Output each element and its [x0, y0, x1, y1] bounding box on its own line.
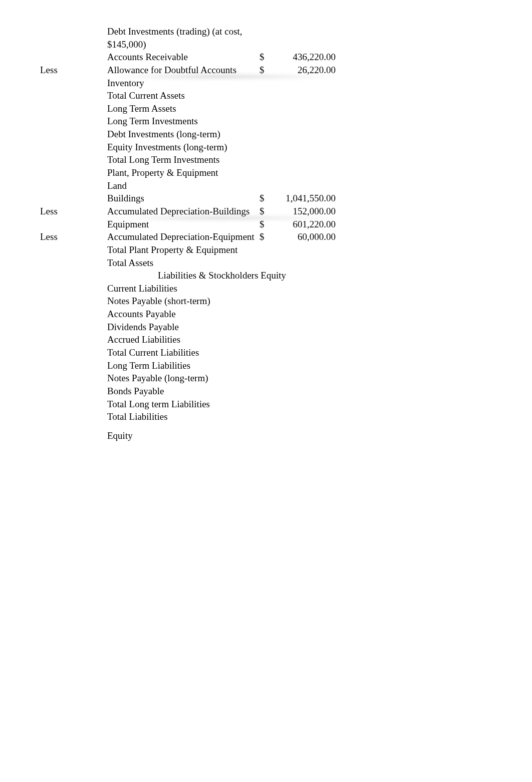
table-row: LessAllowance for Doubtful Accounts$26,2…: [40, 64, 376, 77]
table-row: Accrued Liabilities: [40, 333, 376, 346]
table-row: LessAccumulated Depreciation-Equipment$6…: [40, 230, 376, 243]
table-row: Plant, Property & Equipment: [40, 166, 376, 179]
table-row: Equity Investments (long-term): [40, 141, 376, 154]
table-row: Debt Investments (trading) (at cost, $14…: [40, 25, 376, 51]
row-label: Accounts Receivable: [107, 51, 256, 64]
equity-label: Equity: [107, 429, 256, 442]
row-label: Total Long Term Investments: [107, 153, 256, 166]
row-label: Current Liabilities: [107, 282, 256, 295]
row-label: Equipment: [107, 218, 256, 231]
table-row: Bonds Payable: [40, 385, 376, 398]
row-label: Total Assets: [107, 256, 256, 270]
row-label: Long Term Liabilities: [107, 359, 256, 372]
table-row: Debt Investments (long-term): [40, 128, 376, 141]
table-row: Accounts Receivable$436,220.00: [40, 51, 376, 64]
table-row: Total Current Liabilities: [40, 346, 376, 359]
row-label: Land: [107, 179, 256, 192]
currency-symbol: $: [256, 205, 272, 218]
table-row: Total Plant Property & Equipment: [40, 243, 376, 256]
equity-row: Equity: [40, 429, 376, 442]
row-tag: Less: [40, 230, 107, 243]
row-label: Notes Payable (long-term): [107, 372, 256, 385]
table-row: Dividends Payable: [40, 321, 376, 334]
row-label: Bonds Payable: [107, 385, 256, 398]
row-label: Long Term Investments: [107, 115, 256, 128]
table-row: Long Term Liabilities: [40, 359, 376, 372]
currency-symbol: $: [256, 64, 272, 77]
row-label: Buildings: [107, 192, 256, 205]
table-row: Long Term Investments: [40, 115, 376, 128]
row-label: Long Term Assets: [107, 102, 256, 115]
section-header-liabilities-equity: Liabilities & Stockholders Equity: [107, 269, 337, 282]
row-value: 601,220.00: [272, 218, 337, 231]
liabilities-rows-group: Current LiabilitiesNotes Payable (short-…: [40, 282, 376, 423]
table-row: Total Long Term Investments: [40, 153, 376, 166]
table-row: Current Liabilities: [40, 282, 376, 295]
currency-symbol: $: [256, 51, 272, 64]
table-row: Equipment$601,220.00: [40, 218, 376, 231]
table-row: Accounts Payable: [40, 308, 376, 321]
row-label: Inventory: [107, 77, 256, 90]
balance-sheet: Debt Investments (trading) (at cost, $14…: [40, 25, 376, 442]
table-row: Buildings$1,041,550.00: [40, 192, 376, 205]
table-row: Land: [40, 179, 376, 192]
row-label: Debt Investments (trading) (at cost, $14…: [107, 25, 256, 51]
spacer: [40, 423, 376, 429]
table-row: Total Liabilities: [40, 410, 376, 423]
table-row: Inventory: [40, 77, 376, 90]
row-tag: Less: [40, 64, 107, 77]
table-row: LessAccumulated Depreciation-Buildings$1…: [40, 205, 376, 218]
table-row: Total Long term Liabilities: [40, 398, 376, 411]
row-value: 152,000.00: [272, 205, 337, 218]
row-label: Equity Investments (long-term): [107, 141, 256, 154]
table-row: Long Term Assets: [40, 102, 376, 115]
row-label: Total Current Assets: [107, 89, 256, 102]
section-header-row: Liabilities & Stockholders Equity: [40, 269, 376, 282]
row-label: Accumulated Depreciation-Equipment: [107, 230, 256, 243]
row-label: Total Current Liabilities: [107, 346, 256, 359]
table-row: Total Assets: [40, 256, 376, 270]
row-value: 1,041,550.00: [272, 192, 337, 205]
row-value: 436,220.00: [272, 51, 337, 64]
currency-symbol: $: [256, 218, 272, 231]
row-tag: Less: [40, 205, 107, 218]
row-label: Accounts Payable: [107, 308, 256, 321]
currency-symbol: $: [256, 192, 272, 205]
row-label: Allowance for Doubtful Accounts: [107, 64, 256, 77]
table-row: Total Current Assets: [40, 89, 376, 102]
table-row: Notes Payable (long-term): [40, 372, 376, 385]
row-value: 60,000.00: [272, 230, 337, 243]
row-label: Accrued Liabilities: [107, 333, 256, 346]
row-label: Total Liabilities: [107, 410, 256, 423]
row-label: Accumulated Depreciation-Buildings: [107, 205, 256, 218]
table-row: Notes Payable (short-term): [40, 295, 376, 308]
currency-symbol: $: [256, 230, 272, 243]
assets-rows-group: Debt Investments (trading) (at cost, $14…: [40, 25, 376, 269]
row-label: Debt Investments (long-term): [107, 128, 256, 141]
row-label: Total Plant Property & Equipment: [107, 243, 256, 256]
row-label: Total Long term Liabilities: [107, 398, 256, 411]
row-value: 26,220.00: [272, 64, 337, 77]
row-label: Dividends Payable: [107, 321, 256, 334]
row-label: Plant, Property & Equipment: [107, 166, 256, 179]
row-label: Notes Payable (short-term): [107, 295, 256, 308]
